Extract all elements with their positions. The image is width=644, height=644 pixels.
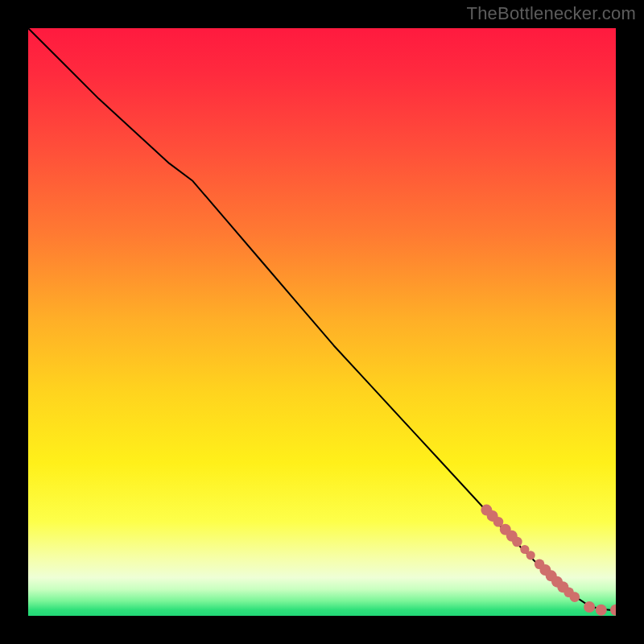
data-marker: [512, 537, 522, 547]
chart-svg: [28, 28, 616, 616]
data-marker: [570, 592, 580, 602]
chart-frame: TheBottlenecker.com: [0, 0, 644, 644]
data-marker: [584, 601, 595, 613]
data-marker: [596, 605, 607, 616]
data-marker: [526, 551, 535, 559]
attribution-label: TheBottlenecker.com: [467, 3, 636, 24]
gradient-background: [28, 28, 616, 616]
chart-plot-area: [28, 28, 616, 616]
